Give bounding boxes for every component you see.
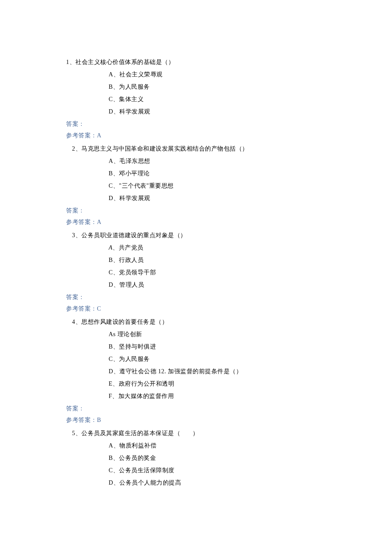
question-1-options: A、社会主义荣辱观 B、为人民服务 C、集体主义 D、科学发展观 [66, 70, 326, 116]
question-1-option-c: C、集体主义 [109, 95, 326, 104]
question-5-text: 5、公务员及其家庭生活的基本保证是（ ） [66, 429, 326, 438]
question-2-options: A、毛泽东思想 B、邓小平理论 C、"三个代表"重要思想 D、科学发展观 [66, 157, 326, 203]
question-5-option-c: C、公务员生活保障制度 [109, 466, 326, 475]
question-1-answer-ref: 参考答案：A [66, 131, 326, 140]
question-3-text: 3、公务员职业道德建设的重点对象是（） [66, 231, 326, 240]
question-1-number: 1、 [66, 59, 75, 65]
question-4-option-f: F、加大媒体的监督作用 [109, 392, 326, 401]
question-3-option-d: D、管理人员 [109, 280, 326, 289]
question-4-option-d: D、遵守社会公德 12. 加强监督的前提条件是（） [109, 367, 326, 376]
question-2-option-c: C、"三个代表"重要思想 [109, 181, 326, 190]
question-4-answer-ref: 参考答案：B [66, 416, 326, 424]
question-4-option-b: B、坚持与时俱进 [109, 342, 326, 351]
question-5-option-d: D、公务员个人能力的提高 [109, 478, 326, 487]
question-4-stem: 思想作风建设的首要任务是（） [81, 319, 168, 325]
question-3-option-a-rest: 、共产党员 [112, 244, 144, 251]
question-3: 3、公务员职业道德建设的重点对象是（） A、共产党员 B、行政人员 C、党员领导… [66, 231, 326, 313]
question-2-text: 2、马克思主义与中国革命和建设发展实践相结合的产物包括（） [66, 144, 326, 153]
question-4-option-e: E、政府行为公开和透明 [109, 379, 326, 388]
question-3-options: A、共产党员 B、行政人员 C、党员领导干部 D、管理人员 [66, 243, 326, 289]
question-1-option-a: A、社会主义荣辱观 [109, 70, 326, 79]
question-3-option-b: B、行政人员 [109, 256, 326, 264]
question-4-number: 4、 [72, 319, 81, 325]
question-1-answer-value: A [97, 132, 102, 139]
question-5-stem: 公务员及其家庭生活的基本保证是（ ） [81, 430, 199, 436]
question-1-text: 1、社会主义核心价值体系的基础是（） [66, 58, 326, 67]
question-1-option-d: D、科学发展观 [109, 107, 326, 116]
question-4-answer-value: B [97, 417, 101, 423]
answer-ref-prefix: 参考答案： [66, 305, 97, 312]
question-2-stem: 马克思主义与中国革命和建设发展实践相结合的产物包括（） [81, 145, 248, 152]
question-2-answer-value: A [97, 219, 102, 225]
question-3-answer-value: C [97, 305, 101, 312]
question-3-answer-ref: 参考答案：C [66, 304, 326, 313]
answer-ref-prefix: 参考答案： [66, 132, 97, 139]
question-3-answer-label: 答案： [66, 293, 326, 302]
answer-ref-prefix: 参考答案： [66, 417, 97, 423]
question-4: 4、思想作风建设的首要任务是（） As 理论创新 B、坚持与时俱进 C、为人民服… [66, 317, 326, 424]
question-1-stem: 社会主义核心价值体系的基础是（） [75, 59, 174, 65]
question-3-option-c: C、党员领导干部 [109, 268, 326, 277]
question-2-option-a: A、毛泽东思想 [109, 157, 326, 166]
question-2-option-b: B、邓小平理论 [109, 169, 326, 178]
question-5-options: A、物质利益补偿 B、公务员的奖金 C、公务员生活保障制度 D、公务员个人能力的… [66, 441, 326, 487]
question-1-option-b: B、为人民服务 [109, 82, 326, 91]
question-2-answer-label: 答案： [66, 206, 326, 215]
question-2: 2、马克思主义与中国革命和建设发展实践相结合的产物包括（） A、毛泽东思想 B、… [66, 144, 326, 227]
question-5: 5、公务员及其家庭生活的基本保证是（ ） A、物质利益补偿 B、公务员的奖金 C… [66, 429, 326, 487]
question-3-number: 3、 [72, 232, 81, 238]
question-4-text: 4、思想作风建设的首要任务是（） [66, 317, 326, 326]
question-5-number: 5、 [72, 430, 81, 436]
answer-ref-prefix: 参考答案： [66, 219, 97, 225]
question-4-option-c: C、为人民服务 [109, 355, 326, 363]
question-5-option-b: B、公务员的奖金 [109, 453, 326, 462]
question-4-answer-label: 答案： [66, 404, 326, 413]
question-1-answer-label: 答案： [66, 119, 326, 128]
question-5-option-a: A、物质利益补偿 [109, 441, 326, 450]
question-1: 1、社会主义核心价值体系的基础是（） A、社会主义荣辱观 B、为人民服务 C、集… [66, 58, 326, 140]
question-4-option-a: As 理论创新 [109, 330, 326, 339]
question-3-option-a: A、共产党员 [109, 243, 326, 252]
question-2-option-d: D、科学发展观 [109, 194, 326, 203]
question-2-answer-ref: 参考答案：A [66, 218, 326, 227]
italic-letter-a: A [109, 244, 112, 251]
question-2-number: 2、 [72, 145, 81, 152]
question-3-stem: 公务员职业道德建设的重点对象是（） [81, 232, 187, 238]
question-4-options: As 理论创新 B、坚持与时俱进 C、为人民服务 D、遵守社会公德 12. 加强… [66, 330, 326, 401]
